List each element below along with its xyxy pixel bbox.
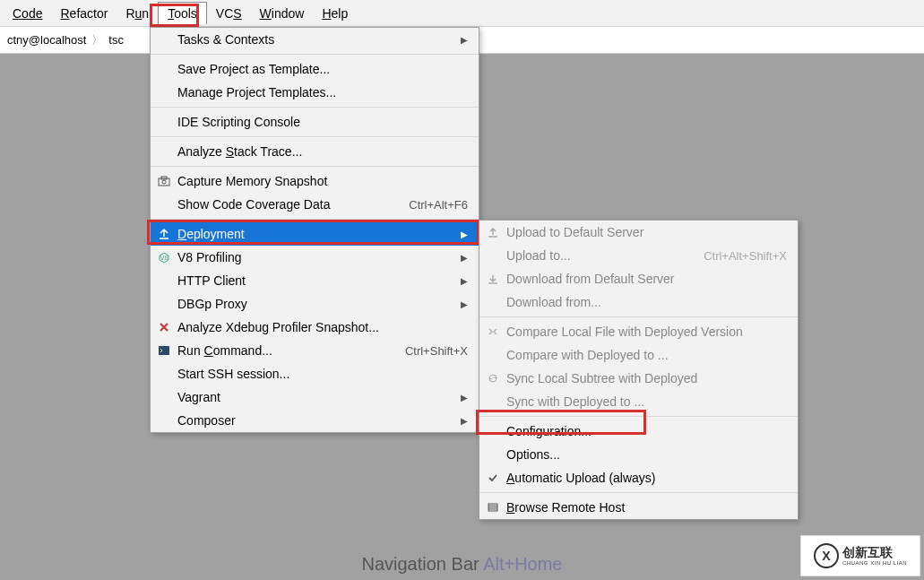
menu-vcs[interactable]: VCS — [207, 3, 251, 24]
check-icon — [485, 472, 501, 484]
xdebug-icon — [156, 321, 172, 333]
menu-xdebug-profiler[interactable]: Analyze Xdebug Profiler Snapshot... — [151, 316, 479, 339]
deployment-menu-popup: Upload to Default Server Upload to...Ctr… — [479, 220, 799, 520]
menu-compare-local: Compare Local File with Deployed Version — [479, 320, 798, 343]
menu-run-command[interactable]: Run Command...Ctrl+Shift+X — [151, 339, 479, 362]
menu-manage-templates[interactable]: Manage Project Templates... — [151, 81, 479, 104]
menubar: Code Refactor Run Tools VCS Window Help — [0, 0, 924, 27]
breadcrumb-sep-icon: 〉 — [91, 32, 103, 48]
menu-options[interactable]: Options... — [479, 443, 798, 466]
menu-window[interactable]: Window — [251, 3, 314, 24]
watermark-logo-icon: X — [814, 543, 839, 568]
menu-sync-deployed-to: Sync with Deployed to ... — [479, 390, 798, 413]
v8-icon: V8 — [156, 251, 172, 264]
menu-upload-default: Upload to Default Server — [479, 221, 798, 244]
browse-icon — [485, 502, 501, 513]
tools-menu-popup: Tasks & Contexts▶ Save Project as Templa… — [150, 27, 479, 433]
menu-separator — [479, 316, 798, 317]
menu-upload-to: Upload to...Ctrl+Alt+Shift+X — [479, 244, 798, 267]
chevron-right-icon: ▶ — [461, 253, 468, 263]
menu-separator — [479, 416, 798, 417]
chevron-right-icon: ▶ — [461, 229, 468, 239]
menu-v8-profiling[interactable]: V8 V8 Profiling▶ — [151, 246, 479, 269]
menu-separator — [151, 166, 479, 167]
menu-separator — [479, 492, 798, 493]
svg-point-2 — [162, 180, 166, 184]
camera-icon — [156, 176, 172, 186]
menu-separator — [151, 136, 479, 137]
svg-text:V8: V8 — [160, 255, 168, 261]
menu-coverage-data[interactable]: Show Code Coverage DataCtrl+Alt+F6 — [151, 193, 479, 216]
deploy-icon — [156, 228, 172, 240]
menu-tasks-contexts[interactable]: Tasks & Contexts▶ — [151, 28, 479, 51]
compare-icon — [485, 325, 501, 338]
menu-http-client[interactable]: HTTP Client▶ — [151, 269, 479, 292]
menu-refactor[interactable]: Refactor — [51, 3, 117, 24]
chevron-right-icon: ▶ — [461, 416, 468, 426]
menu-configuration[interactable]: Configuration... — [479, 420, 798, 443]
chevron-right-icon: ▶ — [461, 299, 468, 309]
menu-ide-scripting[interactable]: IDE Scripting Console — [151, 110, 479, 134]
menu-help[interactable]: Help — [313, 3, 357, 24]
menu-analyze-stack[interactable]: Analyze Stack Trace... — [151, 140, 479, 163]
menu-capture-memory[interactable]: Capture Memory Snapshot — [151, 169, 479, 193]
upload-icon — [485, 226, 501, 238]
menu-tools[interactable]: Tools — [158, 2, 207, 24]
sync-icon — [485, 372, 501, 385]
menu-save-template[interactable]: Save Project as Template... — [151, 57, 479, 81]
breadcrumb-root[interactable]: ctny@localhost — [7, 33, 86, 47]
menu-vagrant[interactable]: Vagrant▶ — [151, 385, 479, 409]
menu-browse-remote[interactable]: Browse Remote Host — [479, 496, 798, 519]
breadcrumb-leaf[interactable]: tsc — [108, 33, 124, 47]
editor-hints: Navigation Bar Alt+Home Drop files here … — [0, 538, 924, 580]
chevron-right-icon: ▶ — [461, 35, 468, 45]
menu-code[interactable]: Code — [4, 3, 51, 24]
chevron-right-icon: ▶ — [461, 393, 468, 403]
menu-dbgp-proxy[interactable]: DBGp Proxy▶ — [151, 292, 479, 316]
menu-separator — [151, 107, 479, 108]
menu-sync-local: Sync Local Subtree with Deployed — [479, 367, 798, 390]
terminal-icon — [156, 345, 172, 356]
menu-auto-upload[interactable]: Automatic Upload (always) — [479, 466, 798, 489]
menu-run[interactable]: Run — [117, 3, 158, 24]
chevron-right-icon: ▶ — [461, 276, 468, 286]
menu-separator — [151, 219, 479, 220]
menu-compare-deployed-to: Compare with Deployed to ... — [479, 343, 798, 367]
menu-composer[interactable]: Composer▶ — [151, 409, 479, 432]
menu-deployment[interactable]: Deployment▶ — [151, 222, 479, 246]
download-icon — [485, 273, 501, 285]
menu-download-default: Download from Default Server — [479, 267, 798, 290]
menu-ssh-session[interactable]: Start SSH session... — [151, 362, 479, 385]
svg-rect-5 — [159, 346, 169, 355]
menu-separator — [151, 54, 479, 55]
menu-download-from: Download from... — [479, 290, 798, 314]
watermark: X 创新互联 CHUANG XIN HU LIAN — [800, 535, 920, 576]
